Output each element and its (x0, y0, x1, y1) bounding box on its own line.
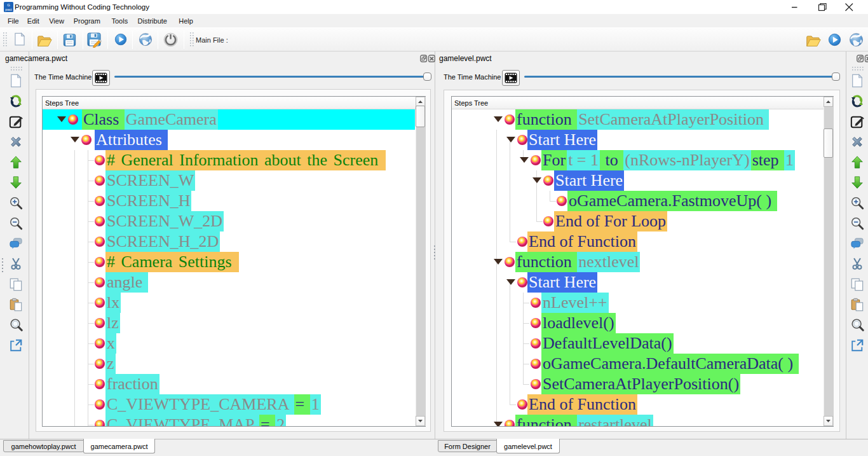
svg-text:G: G (7, 3, 10, 7)
svg-text:pwct: pwct (5, 8, 12, 11)
